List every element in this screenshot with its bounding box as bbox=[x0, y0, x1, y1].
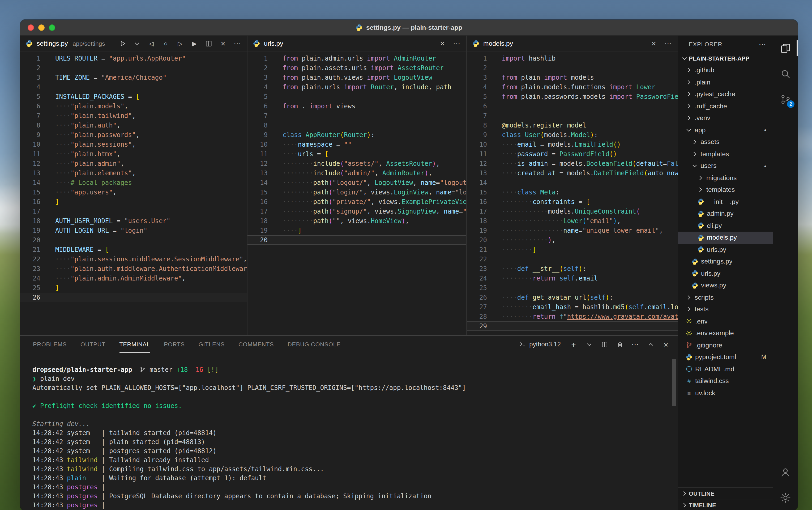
settings-gear-activity-button[interactable] bbox=[773, 485, 798, 510]
explorer-section-header[interactable]: PLAIN-STARTER-APP bbox=[678, 53, 773, 64]
explorer-item-settings.py[interactable]: settings.py bbox=[678, 256, 773, 267]
panel-tab-ports[interactable]: PORTS bbox=[164, 336, 184, 353]
code-line: 27········email_hash = hashlib.md5(self.… bbox=[467, 302, 678, 312]
code-text: class AppRouter(Router): bbox=[268, 130, 466, 140]
panel-tab-output[interactable]: OUTPUT bbox=[81, 336, 106, 353]
explorer-item-__init__.py[interactable]: __init__.py bbox=[678, 196, 773, 208]
terminal-scrollbar[interactable] bbox=[672, 359, 676, 406]
more-button[interactable]: ⋯ bbox=[453, 39, 461, 48]
line-number: 1 bbox=[248, 54, 268, 63]
nav-forward-button[interactable]: ▷ bbox=[176, 39, 184, 48]
record-button[interactable]: ○ bbox=[162, 39, 170, 48]
chevron-up-button[interactable] bbox=[646, 340, 655, 348]
chevron-right-icon bbox=[696, 174, 705, 182]
explorer-item-app[interactable]: app● bbox=[678, 124, 773, 136]
section-timeline[interactable]: TIMELINE bbox=[678, 499, 773, 510]
explorer-item-templates[interactable]: templates bbox=[678, 148, 773, 160]
explorer-item-urls.py[interactable]: urls.py bbox=[678, 267, 773, 279]
file-label: views.py bbox=[701, 282, 726, 289]
run-button[interactable] bbox=[118, 39, 127, 48]
editor-tab[interactable]: settings.pyapp/settings◁○▷▶×⋯ bbox=[20, 36, 247, 52]
close-button[interactable]: × bbox=[438, 39, 446, 48]
python-icon bbox=[697, 210, 704, 217]
trash-button[interactable] bbox=[615, 340, 624, 348]
file-label: .plain bbox=[695, 79, 710, 86]
explorer-item-uv.lock[interactable]: ≡uv.lock bbox=[678, 387, 773, 399]
split-editor-button[interactable] bbox=[204, 39, 213, 48]
explorer-item-.plain[interactable]: .plain bbox=[678, 76, 773, 88]
explorer-more-actions-button[interactable]: ⋯ bbox=[759, 40, 766, 48]
panel-tab-debug-console[interactable]: DEBUG CONSOLE bbox=[288, 336, 341, 353]
terminal-content[interactable]: dropseed/plain-starter-app master +18 -1… bbox=[20, 353, 678, 510]
close-button[interactable]: × bbox=[662, 340, 670, 348]
nav-back-button[interactable]: ◁ bbox=[147, 39, 155, 48]
explorer-item-cli.py[interactable]: cli.py bbox=[678, 220, 773, 232]
close-button[interactable]: × bbox=[649, 39, 658, 48]
search-activity-button[interactable] bbox=[773, 61, 798, 87]
explorer-item-.env[interactable]: .env bbox=[678, 315, 773, 327]
section-outline[interactable]: OUTLINE bbox=[678, 487, 773, 499]
explorer-item-.pytest_cache[interactable]: .pytest_cache bbox=[678, 88, 773, 100]
explorer-sidebar: EXPLORER ⋯ PLAIN-STARTER-APP .github.pla… bbox=[678, 36, 773, 510]
line-number: 13 bbox=[20, 168, 40, 178]
code-area[interactable]: 1from plain.admin.urls import AdminRoute… bbox=[248, 52, 466, 335]
explorer-item-.env.example[interactable]: .env.example bbox=[678, 327, 773, 339]
python-icon bbox=[686, 354, 693, 361]
add-button[interactable]: + bbox=[569, 340, 578, 348]
split-editor-button[interactable] bbox=[600, 340, 609, 348]
panel-tab-terminal[interactable]: TERMINAL bbox=[119, 336, 150, 353]
nav-back-icon: ◁ bbox=[149, 39, 154, 47]
terminal-line: 14:28:43 postgres | bbox=[32, 501, 678, 510]
explorer-item-urls.py[interactable]: urls.py bbox=[678, 244, 773, 256]
terminal-line: ✔ Preflight check identified no issues. bbox=[32, 402, 678, 410]
title-bar[interactable]: settings.py — plain-starter-app bbox=[20, 20, 798, 36]
chevron-down-button[interactable] bbox=[133, 39, 141, 48]
code-line: 2 bbox=[467, 63, 678, 73]
shell-selector[interactable]: python3.12 bbox=[519, 341, 561, 348]
explorer-item-scripts[interactable]: scripts bbox=[678, 291, 773, 303]
panel-tab-comments[interactable]: COMMENTS bbox=[238, 336, 274, 353]
explorer-item-README.md[interactable]: README.md bbox=[678, 363, 773, 375]
more-button[interactable]: ⋯ bbox=[664, 39, 672, 48]
explorer-item-pyproject.toml[interactable]: pyproject.tomlM bbox=[678, 351, 773, 363]
files-activity-button[interactable] bbox=[773, 36, 798, 61]
modified-dot-icon: ● bbox=[764, 164, 766, 168]
explorer-item-admin.py[interactable]: admin.py bbox=[678, 208, 773, 220]
explorer-item-.github[interactable]: .github bbox=[678, 64, 773, 76]
explorer-item-tests[interactable]: tests bbox=[678, 303, 773, 315]
panel-tab-problems[interactable]: PROBLEMS bbox=[33, 336, 67, 353]
code-area[interactable]: 1URLS_ROUTER = "app.urls.AppRouter"23TIM… bbox=[20, 52, 247, 335]
code-area[interactable]: 1import hashlib23from plain import model… bbox=[467, 52, 678, 335]
python-icon bbox=[253, 39, 260, 47]
explorer-item-.ruff_cache[interactable]: .ruff_cache bbox=[678, 100, 773, 112]
source-control-activity-button[interactable]: 2 bbox=[773, 87, 798, 112]
nav-forward-icon: ▷ bbox=[178, 39, 182, 47]
editor-tab[interactable]: urls.py×⋯ bbox=[248, 36, 466, 52]
close-icon: × bbox=[440, 39, 445, 48]
explorer-item-templates[interactable]: templates bbox=[678, 184, 773, 196]
explorer-item-views.py[interactable]: views.py bbox=[678, 279, 773, 291]
explorer-item-models.py[interactable]: models.py bbox=[678, 232, 773, 244]
editor-tab[interactable]: models.py×⋯ bbox=[467, 36, 678, 52]
explorer-item-users[interactable]: users● bbox=[678, 160, 773, 172]
terminal-line: 14:28:43 plain | Waiting for database (a… bbox=[32, 474, 678, 483]
more-button[interactable]: ⋯ bbox=[233, 39, 242, 48]
zoom-window-button[interactable] bbox=[49, 24, 55, 31]
explorer-item-assets[interactable]: assets bbox=[678, 136, 773, 148]
more-button[interactable]: ⋯ bbox=[631, 340, 639, 348]
panel-tab-gitlens[interactable]: GITLENS bbox=[199, 336, 225, 353]
explorer-item-.gitignore[interactable]: .gitignore bbox=[678, 339, 773, 351]
close-button[interactable]: × bbox=[219, 39, 227, 48]
modified-dot-icon: ● bbox=[764, 128, 766, 132]
chevron-down-button[interactable] bbox=[585, 340, 593, 348]
activity-bar: 2 bbox=[773, 36, 798, 510]
explorer-item-.venv[interactable]: .venv bbox=[678, 112, 773, 124]
minimize-window-button[interactable] bbox=[38, 24, 45, 31]
account-activity-button[interactable] bbox=[773, 459, 798, 485]
run-below-button[interactable]: ▶ bbox=[190, 39, 199, 48]
code-text: ····"app.users", bbox=[40, 188, 247, 197]
explorer-item-migrations[interactable]: migrations bbox=[678, 172, 773, 184]
explorer-item-tailwind.css[interactable]: #tailwind.css bbox=[678, 375, 773, 387]
close-window-button[interactable] bbox=[28, 24, 34, 31]
code-text: ····created_at = models.DateTimeField(au… bbox=[487, 168, 678, 178]
